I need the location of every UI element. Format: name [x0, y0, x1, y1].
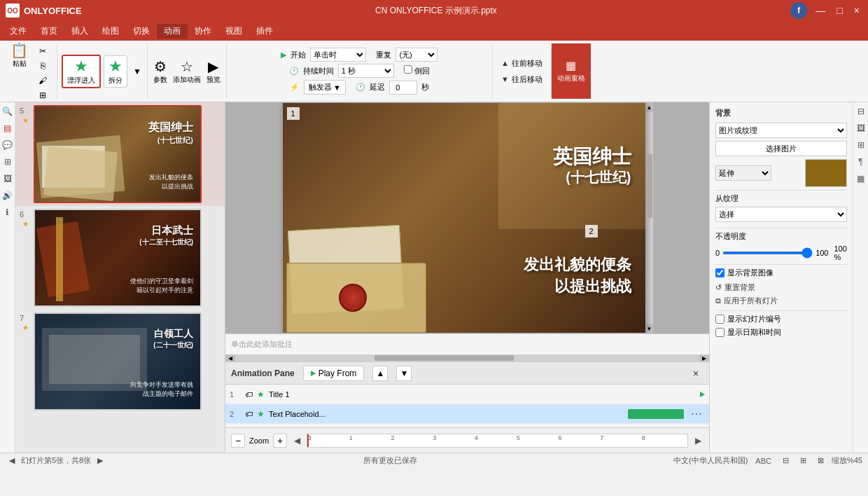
opacity-slider[interactable]	[722, 252, 813, 254]
main-content: 🔍 ▤ 💬 ⊞ 🖼 🔊 ℹ 5 ★ 英国绅士 (十七世纪)	[0, 102, 868, 453]
app-logo: OO	[6, 4, 20, 18]
anim-nav-down-button[interactable]: ▼	[396, 366, 412, 381]
anim-item-2-num: 2	[230, 410, 241, 418]
anim-nav-up-button[interactable]: ▲	[372, 366, 388, 381]
anim-item-2-more-button[interactable]: ⋯	[688, 407, 705, 420]
prev-slide-button[interactable]: ◀	[6, 455, 18, 466]
menu-view[interactable]: 视图	[218, 24, 249, 39]
horizontal-scrollbar[interactable]: ◀ ▶	[225, 354, 709, 361]
timeline-nav-left[interactable]: ◀	[291, 435, 302, 446]
apply-all-button[interactable]: ⧉ 应用于所有灯片	[715, 294, 847, 308]
trigger-button[interactable]: 触发器 ▼	[304, 80, 346, 95]
tick-5: 5	[517, 434, 520, 441]
duration-select[interactable]: 1 秒	[338, 64, 394, 78]
menu-insert[interactable]: 插入	[64, 24, 95, 39]
right-sidebar-icon-4[interactable]: ¶	[855, 156, 867, 168]
float-in-button[interactable]: ★ 漂浮进入	[62, 55, 101, 88]
envelope-illustration	[283, 193, 451, 333]
app-logo-area: OO ONLYOFFICE	[6, 4, 82, 18]
menu-transition[interactable]: 切换	[126, 24, 157, 39]
move-forward-button[interactable]: ▲ 往前移动	[498, 57, 545, 70]
play-from-button[interactable]: Play From	[303, 366, 365, 381]
slide-item-7[interactable]: 7 ★ 白领工人 (二十一世纪) 向竞争对手发送带有挑 战主题的电子邮件	[15, 310, 225, 413]
copy-button[interactable]: ⎘	[34, 59, 51, 73]
sidebar-slides-icon[interactable]: ▤	[1, 122, 14, 135]
animation-pane-button[interactable]: ▦ 动画窗格	[552, 43, 591, 99]
move-back-button[interactable]: ▼ 往后移动	[498, 73, 545, 86]
paste-button[interactable]: 📋 粘贴	[6, 40, 33, 72]
slide-item-5[interactable]: 5 ★ 英国绅士 (十七世纪) 发出礼貌的便条 以提出挑战	[15, 102, 225, 206]
close-button[interactable]: ×	[851, 5, 862, 16]
timeline-nav-right[interactable]: ▶	[692, 435, 704, 446]
params-button[interactable]: ⚙ 参数	[153, 58, 167, 85]
reset-bg-button[interactable]: ↺ 重置背景	[715, 281, 847, 294]
select-image-button[interactable]: 选择图片	[715, 141, 847, 156]
sidebar-image-icon[interactable]: 🖼	[1, 172, 14, 185]
zoom-plus-button[interactable]: +	[273, 434, 287, 448]
texture-select[interactable]: 选择	[715, 207, 847, 222]
animation-pane: Animation Pane Play From ▲ ▼ × 1 🏷 ★ Tit…	[225, 361, 709, 453]
notes-bar[interactable]: 单击此处添加批注	[225, 333, 709, 354]
timeline-cursor	[307, 434, 309, 447]
scroll-left-button[interactable]: ◀	[225, 354, 235, 361]
scroll-down-button[interactable]: ▼	[646, 324, 653, 333]
maximize-button[interactable]: □	[834, 5, 845, 16]
scroll-up-button[interactable]: ▲	[646, 102, 653, 112]
show-bg-image-label: 显示背景图像	[727, 268, 774, 278]
sidebar-comment-icon[interactable]: 💬	[1, 139, 14, 151]
language-select[interactable]: 中文(中华人民共和国)	[673, 455, 748, 466]
start-select[interactable]: 单击时	[310, 48, 366, 62]
sidebar-table-icon[interactable]: ⊞	[1, 156, 14, 168]
split-button[interactable]: ★ 拆分	[104, 55, 127, 88]
spell-check-button[interactable]: ABC	[752, 456, 775, 466]
scroll-thumb[interactable]	[647, 154, 652, 218]
repeat-label: 重复	[376, 50, 391, 60]
preview-button[interactable]: ▶ 预览	[206, 58, 220, 85]
right-sidebar-icon-1[interactable]: ⊟	[855, 105, 867, 118]
reverse-checkbox[interactable]: 倒回	[404, 65, 430, 76]
more-animations-button[interactable]: ▼	[132, 65, 143, 78]
menu-plugin[interactable]: 插件	[249, 24, 280, 39]
repeat-select[interactable]: (无)	[396, 48, 438, 62]
show-datetime-checkbox[interactable]	[715, 328, 724, 337]
h-scroll-thumb[interactable]	[374, 355, 514, 361]
slide-7-star: ★	[22, 324, 29, 331]
add-animation-button[interactable]: ☆ 添加动画	[173, 58, 201, 85]
menu-animation[interactable]: 动画	[157, 24, 188, 39]
show-bg-image-checkbox[interactable]	[715, 268, 724, 277]
scroll-right-button[interactable]: ▶	[699, 354, 709, 361]
menu-home[interactable]: 首页	[34, 24, 64, 39]
right-sidebar-icon-2[interactable]: 🖼	[855, 122, 867, 135]
anim-item-1[interactable]: 1 🏷 ★ Title 1	[225, 385, 709, 404]
sidebar-audio-icon[interactable]: 🔊	[1, 189, 14, 202]
menu-draw[interactable]: 绘图	[95, 24, 126, 39]
stretch-select[interactable]: 延伸	[715, 165, 771, 181]
grid-view-button[interactable]: ⊞	[797, 455, 810, 466]
right-sidebar-icon-5[interactable]: ▦	[855, 172, 867, 185]
menu-collaborate[interactable]: 协作	[188, 24, 218, 39]
lightning-icon: ⚡	[290, 83, 300, 92]
left-sidebar: 🔍 ▤ 💬 ⊞ 🖼 🔊 ℹ	[0, 102, 15, 453]
sidebar-info-icon[interactable]: ℹ	[1, 206, 14, 219]
sidebar-search-icon[interactable]: 🔍	[1, 105, 14, 118]
presentation-view-button[interactable]: ⊟	[779, 455, 792, 466]
anim-item-1-num: 1	[230, 390, 241, 399]
background-section: 背景 图片或纹理 选择图片 延伸 从纹理 选择	[715, 108, 847, 338]
extra-button[interactable]: ⊞	[34, 88, 51, 102]
show-number-checkbox[interactable]	[715, 315, 724, 324]
fit-view-button[interactable]: ⊠	[814, 455, 827, 466]
minimize-button[interactable]: —	[813, 5, 828, 16]
slide-item-6[interactable]: 6 ★ 日本武士 (十二至十七世纪) 使他们的守卫坚拿着剑 籍以引起对手的注意	[15, 206, 225, 310]
next-slide-button[interactable]: ▶	[94, 455, 106, 466]
anim-item-2[interactable]: 2 🏷 ★ Text Placehoid... ⋯	[225, 404, 709, 424]
delay-input[interactable]	[389, 81, 417, 95]
animation-pane-close-button[interactable]: ×	[688, 366, 704, 381]
menu-file[interactable]: 文件	[3, 24, 34, 39]
opacity-label-row: 不透明度	[715, 231, 847, 242]
bg-type-select[interactable]: 图片或纹理	[715, 123, 847, 138]
vertical-scrollbar[interactable]: ▲ ▼	[646, 102, 653, 333]
cut-button[interactable]: ✂	[34, 44, 51, 58]
format-button[interactable]: 🖌	[34, 74, 51, 88]
right-sidebar-icon-3[interactable]: ⊞	[855, 139, 867, 151]
zoom-minus-button[interactable]: −	[231, 434, 245, 448]
